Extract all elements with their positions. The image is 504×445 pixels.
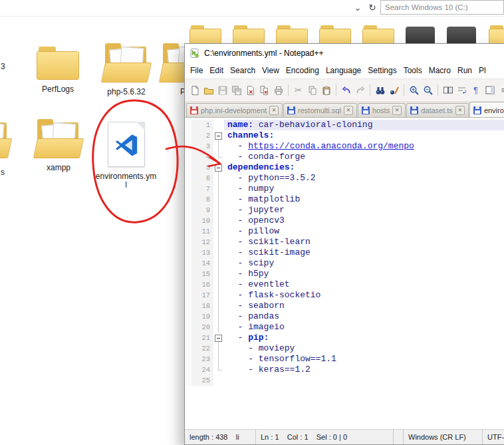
code-text[interactable]: - pillow: [224, 226, 504, 237]
undo-icon[interactable]: [340, 84, 352, 96]
doc-map-icon[interactable]: [483, 84, 496, 96]
toolbar-separator: [370, 84, 370, 96]
status-eol[interactable]: Windows (CR LF): [404, 430, 483, 444]
code-text[interactable]: - scipy: [224, 258, 504, 269]
paste-icon[interactable]: [320, 84, 332, 96]
folder-item-perflogs[interactable]: PerfLogs: [21, 47, 94, 94]
tab-dataset.ts[interactable]: dataset.ts✕: [406, 103, 469, 117]
tab-environments.yml[interactable]: environments.yml✕: [469, 102, 504, 118]
status-encoding[interactable]: UTF-: [483, 430, 504, 444]
replace-icon[interactable]: [388, 84, 400, 96]
close-tab-icon[interactable]: ✕: [344, 106, 353, 115]
tab-hosts[interactable]: hosts✕: [358, 103, 406, 117]
find-icon[interactable]: [374, 84, 386, 96]
tab-php.ini-development[interactable]: php.ini-development✕: [186, 103, 283, 117]
open-folder-icon[interactable]: [202, 84, 215, 96]
code-text[interactable]: - https://conda.anaconda.org/menpo: [224, 141, 504, 152]
menu-item-language[interactable]: Language: [322, 64, 364, 77]
code-text[interactable]: name: car-behavioral-cloning: [224, 120, 504, 130]
line-number: 8: [191, 194, 213, 205]
line-number: 17: [191, 290, 213, 301]
code-text[interactable]: - keras==1.2: [224, 365, 504, 375]
close-file-icon[interactable]: [244, 84, 257, 96]
code-text[interactable]: - scikit-image: [224, 247, 504, 258]
fold-collapse-icon[interactable]: [213, 333, 224, 343]
redo-icon[interactable]: [354, 84, 366, 96]
folder-label: php-5.6.32: [90, 88, 163, 96]
fold-margin: [213, 152, 224, 162]
menu-item-search[interactable]: Search: [227, 64, 259, 77]
new-file-icon[interactable]: [188, 84, 201, 96]
code-text[interactable]: - pandas: [224, 311, 504, 322]
code-text[interactable]: - h5py: [224, 269, 504, 279]
code-text[interactable]: channels:: [224, 130, 504, 141]
code-token: car-behavioral-cloning: [253, 120, 372, 130]
toolbar-separator: [404, 84, 404, 96]
cut-icon[interactable]: ✂: [292, 84, 305, 96]
code-text[interactable]: - python==3.5.2: [224, 173, 504, 184]
tab-label: hosts: [372, 106, 390, 114]
save-icon[interactable]: [216, 84, 229, 96]
search-input[interactable]: [380, 0, 504, 15]
close-tab-icon[interactable]: ✕: [269, 106, 279, 115]
menu-item-encoding[interactable]: Encoding: [283, 64, 322, 77]
word-wrap-icon[interactable]: [455, 84, 468, 96]
close-tab-icon[interactable]: ✕: [392, 106, 402, 115]
title-bar[interactable]: C:\environments.yml - Notepad++: [185, 44, 504, 62]
code-text[interactable]: - conda-forge: [224, 152, 504, 162]
code-line-9: 9 - jupyter: [185, 205, 504, 216]
folder-item-xampp[interactable]: xampp: [22, 121, 95, 172]
fold-collapse-icon[interactable]: [213, 130, 224, 141]
menu-item-tools[interactable]: Tools: [400, 64, 426, 77]
line-number: 9: [191, 205, 213, 216]
code-text[interactable]: - seaborn: [224, 301, 504, 311]
menu-item-settings[interactable]: Settings: [364, 64, 400, 77]
code-text[interactable]: - numpy: [224, 184, 504, 194]
code-text[interactable]: - tensorflow==1.1: [224, 354, 504, 365]
bookmark-margin: [185, 141, 191, 152]
menu-item-view[interactable]: View: [259, 64, 283, 77]
zoom-out-icon[interactable]: [422, 84, 434, 96]
print-icon[interactable]: [272, 84, 285, 96]
bookmark-margin: [185, 343, 191, 354]
show-symbols-icon[interactable]: ¶: [469, 84, 482, 96]
menu-item-pl[interactable]: Pl: [475, 64, 489, 77]
menu-item-edit[interactable]: Edit: [206, 64, 227, 77]
save-all-icon[interactable]: [230, 84, 243, 96]
editor-body[interactable]: 1name: car-behavioral-cloning2channels:3…: [185, 118, 504, 429]
folder-item-php[interactable]: php-5.6.32: [90, 45, 163, 96]
view-split-icon[interactable]: [441, 84, 454, 96]
code-line-20: 20 - imageio: [185, 322, 504, 333]
doc-switcher-icon[interactable]: ≡: [497, 84, 504, 96]
code-text[interactable]: [224, 375, 504, 386]
zoom-in-icon[interactable]: [408, 84, 420, 96]
code-url[interactable]: https://conda.anaconda.org/menpo: [248, 141, 414, 151]
menu-item-file[interactable]: File: [187, 64, 206, 77]
code-text[interactable]: - opencv3: [224, 216, 504, 226]
close-all-icon[interactable]: [258, 84, 271, 96]
code-text[interactable]: - jupyter: [224, 205, 504, 216]
code-text[interactable]: - flask-socketio: [224, 290, 504, 301]
menu-item-run[interactable]: Run: [454, 64, 475, 77]
chevron-down-icon[interactable]: ⌄: [352, 2, 364, 14]
code-token: - moviepy: [227, 343, 295, 353]
code-text[interactable]: - eventlet: [224, 279, 504, 290]
code-text[interactable]: dependencies:: [224, 162, 504, 173]
code-text[interactable]: - moviepy: [224, 343, 504, 354]
menu-item-macro[interactable]: Macro: [426, 64, 454, 77]
refresh-icon[interactable]: ↻: [366, 2, 378, 14]
copy-icon[interactable]: [306, 84, 318, 96]
fold-collapse-icon[interactable]: [213, 162, 224, 173]
code-token: - pandas: [227, 311, 279, 321]
code-text[interactable]: - pip:: [224, 333, 504, 343]
file-item-environments-yml[interactable]: environments.ym l: [91, 122, 161, 190]
code-text[interactable]: - scikit-learn: [224, 237, 504, 247]
close-tab-icon[interactable]: ✕: [455, 106, 465, 115]
partial-folder-item[interactable]: [0, 121, 23, 158]
fold-margin: [213, 322, 224, 333]
bookmark-margin: [185, 194, 191, 205]
line-number: 5: [191, 162, 213, 173]
code-text[interactable]: - imageio: [224, 322, 504, 333]
code-text[interactable]: - matplotlib: [224, 194, 504, 205]
tab-restomulti.sql[interactable]: restomulti.sql✕: [283, 103, 357, 117]
